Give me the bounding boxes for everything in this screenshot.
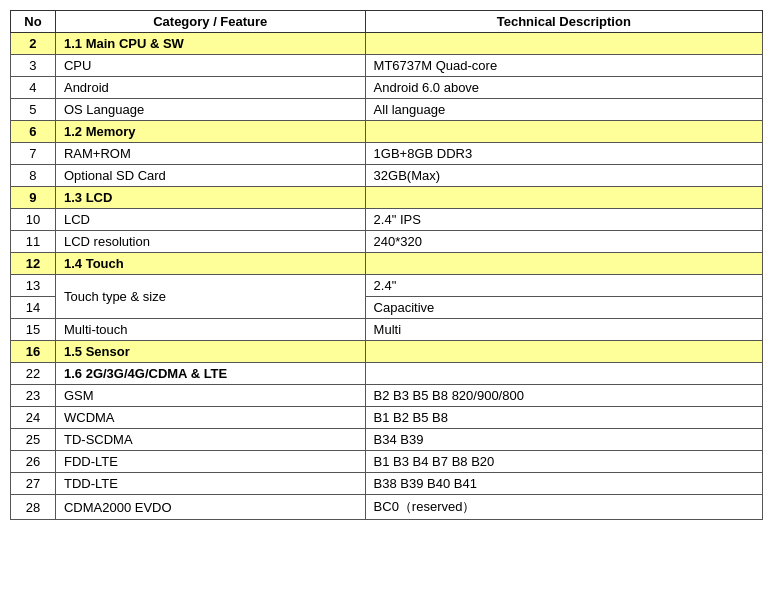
row-feature: Multi-touch bbox=[55, 319, 365, 341]
row-feature: Optional SD Card bbox=[55, 165, 365, 187]
row-no: 24 bbox=[11, 407, 56, 429]
table-row: 121.4 Touch bbox=[11, 253, 763, 275]
table-row: 13Touch type & size2.4" bbox=[11, 275, 763, 297]
row-no: 11 bbox=[11, 231, 56, 253]
row-feature: 1.6 2G/3G/4G/CDMA & LTE bbox=[55, 363, 365, 385]
row-desc: 240*320 bbox=[365, 231, 762, 253]
row-no: 13 bbox=[11, 275, 56, 297]
table-row: 7RAM+ROM1GB+8GB DDR3 bbox=[11, 143, 763, 165]
row-no: 9 bbox=[11, 187, 56, 209]
row-feature: 1.4 Touch bbox=[55, 253, 365, 275]
row-desc bbox=[365, 187, 762, 209]
row-no: 23 bbox=[11, 385, 56, 407]
row-no: 7 bbox=[11, 143, 56, 165]
row-desc: Android 6.0 above bbox=[365, 77, 762, 99]
table-row: 161.5 Sensor bbox=[11, 341, 763, 363]
row-feature: 1.5 Sensor bbox=[55, 341, 365, 363]
table-row: 11LCD resolution240*320 bbox=[11, 231, 763, 253]
table-row: 24WCDMAB1 B2 B5 B8 bbox=[11, 407, 763, 429]
row-desc: B1 B2 B5 B8 bbox=[365, 407, 762, 429]
row-feature: LCD resolution bbox=[55, 231, 365, 253]
row-desc: B2 B3 B5 B8 820/900/800 bbox=[365, 385, 762, 407]
row-feature: CPU bbox=[55, 55, 365, 77]
row-desc bbox=[365, 253, 762, 275]
header-row: No Category / Feature Technical Descript… bbox=[11, 11, 763, 33]
row-feature: LCD bbox=[55, 209, 365, 231]
table-row: 61.2 Memory bbox=[11, 121, 763, 143]
row-no: 28 bbox=[11, 495, 56, 520]
row-no: 16 bbox=[11, 341, 56, 363]
header-desc: Technical Description bbox=[365, 11, 762, 33]
table-row: 3CPUMT6737M Quad-core bbox=[11, 55, 763, 77]
table-row: 25TD-SCDMAB34 B39 bbox=[11, 429, 763, 451]
row-desc bbox=[365, 341, 762, 363]
table-row: 4AndroidAndroid 6.0 above bbox=[11, 77, 763, 99]
row-feature: GSM bbox=[55, 385, 365, 407]
row-desc: B34 B39 bbox=[365, 429, 762, 451]
row-no: 14 bbox=[11, 297, 56, 319]
row-feature: CDMA2000 EVDO bbox=[55, 495, 365, 520]
row-feature: TD-SCDMA bbox=[55, 429, 365, 451]
table-row: 15Multi-touchMulti bbox=[11, 319, 763, 341]
row-desc bbox=[365, 121, 762, 143]
table-row: 28CDMA2000 EVDOBC0（reserved） bbox=[11, 495, 763, 520]
row-no: 6 bbox=[11, 121, 56, 143]
table-row: 26FDD-LTEB1 B3 B4 B7 B8 B20 bbox=[11, 451, 763, 473]
row-desc bbox=[365, 33, 762, 55]
header-no: No bbox=[11, 11, 56, 33]
row-desc: BC0（reserved） bbox=[365, 495, 762, 520]
specs-table: No Category / Feature Technical Descript… bbox=[10, 10, 763, 520]
row-desc: Multi bbox=[365, 319, 762, 341]
row-desc: 2.4" IPS bbox=[365, 209, 762, 231]
row-desc bbox=[365, 363, 762, 385]
table-row: 27TDD-LTEB38 B39 B40 B41 bbox=[11, 473, 763, 495]
table-row: 91.3 LCD bbox=[11, 187, 763, 209]
table-row: 5OS LanguageAll language bbox=[11, 99, 763, 121]
row-no: 5 bbox=[11, 99, 56, 121]
table-row: 221.6 2G/3G/4G/CDMA & LTE bbox=[11, 363, 763, 385]
table-row: 10LCD2.4" IPS bbox=[11, 209, 763, 231]
table-row: 21.1 Main CPU & SW bbox=[11, 33, 763, 55]
table-row: 23GSMB2 B3 B5 B8 820/900/800 bbox=[11, 385, 763, 407]
row-feature: Touch type & size bbox=[55, 275, 365, 319]
row-no: 15 bbox=[11, 319, 56, 341]
row-desc: B38 B39 B40 B41 bbox=[365, 473, 762, 495]
header-feature: Category / Feature bbox=[55, 11, 365, 33]
row-feature: RAM+ROM bbox=[55, 143, 365, 165]
row-no: 27 bbox=[11, 473, 56, 495]
row-feature: 1.1 Main CPU & SW bbox=[55, 33, 365, 55]
row-feature: FDD-LTE bbox=[55, 451, 365, 473]
row-feature: WCDMA bbox=[55, 407, 365, 429]
row-feature: TDD-LTE bbox=[55, 473, 365, 495]
row-no: 8 bbox=[11, 165, 56, 187]
row-feature: 1.3 LCD bbox=[55, 187, 365, 209]
table-row: 8Optional SD Card32GB(Max) bbox=[11, 165, 763, 187]
row-feature: OS Language bbox=[55, 99, 365, 121]
row-desc: 1GB+8GB DDR3 bbox=[365, 143, 762, 165]
main-table-container: No Category / Feature Technical Descript… bbox=[10, 10, 763, 520]
row-no: 4 bbox=[11, 77, 56, 99]
row-no: 25 bbox=[11, 429, 56, 451]
row-feature: Android bbox=[55, 77, 365, 99]
row-no: 10 bbox=[11, 209, 56, 231]
row-no: 22 bbox=[11, 363, 56, 385]
row-desc: All language bbox=[365, 99, 762, 121]
row-desc: Capacitive bbox=[365, 297, 762, 319]
row-feature: 1.2 Memory bbox=[55, 121, 365, 143]
row-no: 12 bbox=[11, 253, 56, 275]
row-no: 3 bbox=[11, 55, 56, 77]
row-desc: 32GB(Max) bbox=[365, 165, 762, 187]
row-desc: 2.4" bbox=[365, 275, 762, 297]
row-desc: B1 B3 B4 B7 B8 B20 bbox=[365, 451, 762, 473]
row-no: 2 bbox=[11, 33, 56, 55]
row-no: 26 bbox=[11, 451, 56, 473]
row-desc: MT6737M Quad-core bbox=[365, 55, 762, 77]
